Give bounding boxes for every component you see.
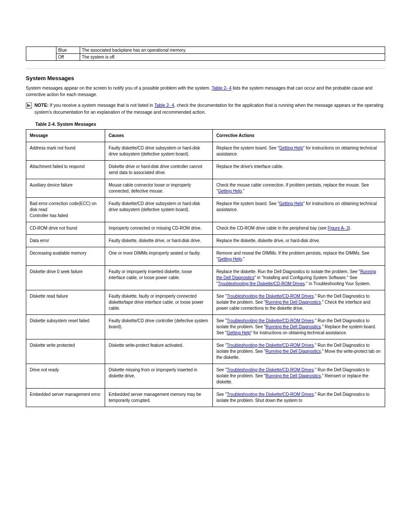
message-cell: CD-ROM drive not found xyxy=(26,222,105,234)
section-title: System Messages xyxy=(26,75,385,81)
cause-cell: Faulty or improperly inserted diskette, … xyxy=(105,265,213,290)
table-row: Diskette read failureFaulty diskette, fa… xyxy=(26,290,385,314)
indicator-left-cell xyxy=(26,47,56,61)
action-cell: Replace the system board. See "Getting H… xyxy=(213,197,385,222)
note-text: NOTE: If you receive a system message th… xyxy=(34,102,385,115)
cause-cell: One or more DIMMs improperly seated or f… xyxy=(105,247,213,265)
action-cell: Check the mouse cable connection. If pro… xyxy=(213,179,385,197)
table-row: Decreasing available memoryOne or more D… xyxy=(26,247,385,265)
action-link[interactable]: Troubleshooting the Diskette/CD-ROM Driv… xyxy=(218,281,305,286)
indicator-table: Blue The associated backplane has an ope… xyxy=(26,47,385,61)
note-block: NOTE: If you receive a system message th… xyxy=(26,102,385,115)
action-link[interactable]: Troubleshooting the Diskette/CD-ROM Driv… xyxy=(227,294,314,299)
table-row: CD-ROM drive not foundImproperly connect… xyxy=(26,222,385,234)
table-row: Diskette write protectedDiskette write-p… xyxy=(26,339,385,364)
message-cell: Decreasing available memory xyxy=(26,247,105,265)
action-cell: Replace the diskette, diskette drive, or… xyxy=(213,234,385,247)
action-link[interactable]: Running the Dell Diagnostics xyxy=(265,349,321,354)
action-link[interactable]: Figure A- 3 xyxy=(328,226,349,230)
cause-cell: Faulty diskette, diskette drive, or hard… xyxy=(105,234,213,247)
message-cell: Embedded server management error xyxy=(26,388,105,407)
action-cell: Replace the drive's interface cable. xyxy=(213,160,385,179)
action-link[interactable]: Running the Dell Diagnostics xyxy=(265,300,321,305)
action-link[interactable]: Getting Help xyxy=(218,189,242,193)
cause-cell: Diskette missing from or improperly inse… xyxy=(105,364,213,388)
note-table-link[interactable]: Table 2- 4 xyxy=(154,103,174,108)
note-icon xyxy=(26,103,32,109)
action-cell: Remove and reseat the DIMMs. If the prob… xyxy=(213,247,385,265)
action-link[interactable]: Running the Dell Diagnostics xyxy=(265,373,321,378)
cause-cell: Improperly connected or missing CD-ROM d… xyxy=(105,222,213,234)
cause-cell: Faulty diskette, faulty or improperly co… xyxy=(105,290,213,314)
action-link[interactable]: Troubleshooting the Diskette/CD-ROM Driv… xyxy=(227,318,314,323)
cause-cell: Faulty diskette/CD drive controller (def… xyxy=(105,314,213,339)
indicator-color: Off xyxy=(56,54,80,61)
system-messages-table: Message Causes Corrective Actions Addres… xyxy=(26,129,385,407)
message-cell: Drive not ready xyxy=(26,364,105,388)
message-cell: Diskette subsystem reset failed xyxy=(26,314,105,339)
indicator-color: Blue xyxy=(56,47,80,54)
col-header-message: Message xyxy=(26,129,105,142)
note-prefix: NOTE: xyxy=(34,103,49,108)
action-link[interactable]: Getting Help xyxy=(279,146,303,150)
message-cell: Bad error-correction code(ECC) on disk r… xyxy=(26,197,105,222)
caption-rest: 4. System Messages xyxy=(52,121,96,127)
indicator-desc: The system is off. xyxy=(80,54,385,61)
cause-cell: Embedded server management memory may be… xyxy=(105,388,213,407)
action-link[interactable]: Troubleshooting the Diskette/CD-ROM Driv… xyxy=(227,343,314,348)
table-caption: Table 2-4. System Messages xyxy=(35,121,385,127)
message-cell: Attachment failed to respond xyxy=(26,160,105,179)
message-cell: Data error xyxy=(26,234,105,247)
table-row: Bad error-correction code(ECC) on disk r… xyxy=(26,197,385,222)
message-cell: Auxiliary device failure xyxy=(26,179,105,197)
note-pre: If you receive a system message that is … xyxy=(49,103,155,108)
table-row: Auxiliary device failureMouse cable conn… xyxy=(26,179,385,197)
table-row: Diskette drive 0 seek failureFaulty or i… xyxy=(26,265,385,290)
section-divider xyxy=(26,68,385,69)
table-row: Data errorFaulty diskette, diskette driv… xyxy=(26,234,385,247)
table-row: Address mark not foundFaulty diskette/CD… xyxy=(26,142,385,160)
action-cell: See "Troubleshooting the Diskette/CD-ROM… xyxy=(213,364,385,388)
action-cell: See "Troubleshooting the Diskette/CD-ROM… xyxy=(213,290,385,314)
action-cell: See "Troubleshooting the Diskette/CD-ROM… xyxy=(213,314,385,339)
action-cell: Check the CD-ROM drive cable in the peri… xyxy=(213,222,385,234)
action-cell: Replace the diskette. Run the Dell Diagn… xyxy=(213,265,385,290)
intro-text-pre: System messages appear on the screen to … xyxy=(26,85,212,90)
action-link[interactable]: Troubleshooting the Diskette/CD-ROM Driv… xyxy=(227,367,314,372)
action-link[interactable]: Getting Help xyxy=(218,257,242,261)
action-cell: See "Troubleshooting the Diskette/CD-ROM… xyxy=(213,339,385,364)
cause-cell: Diskette drive or hard-disk drive contro… xyxy=(105,160,213,179)
action-link[interactable]: Troubleshooting the Diskette/CD-ROM Driv… xyxy=(227,392,314,397)
message-cell: Diskette write protected xyxy=(26,339,105,364)
cause-cell: Diskette write-protect feature activated… xyxy=(105,339,213,364)
table-row: Diskette subsystem reset failedFaulty di… xyxy=(26,314,385,339)
action-link[interactable]: Running the Dell Diagnostics xyxy=(265,324,321,329)
message-cell: Diskette drive 0 seek failure xyxy=(26,265,105,290)
message-cell: Diskette read failure xyxy=(26,290,105,314)
cause-cell: Faulty diskette/CD drive subsystem or ha… xyxy=(105,197,213,222)
table-row: Embedded server management errorEmbedded… xyxy=(26,388,385,407)
action-link[interactable]: Getting Help xyxy=(279,201,303,206)
action-link[interactable]: Getting Help xyxy=(227,330,251,335)
col-header-causes: Causes xyxy=(105,129,213,142)
intro-table-link[interactable]: Table 2- 4 xyxy=(212,85,231,90)
cause-cell: Mouse cable connector loose or improperl… xyxy=(105,179,213,197)
message-cell: Address mark not found xyxy=(26,142,105,160)
action-cell: See "Troubleshooting the Diskette/CD-ROM… xyxy=(213,388,385,407)
table-row: Attachment failed to respondDiskette dri… xyxy=(26,160,385,179)
action-cell: Replace the system board. See "Getting H… xyxy=(213,142,385,160)
table-row: Drive not readyDiskette missing from or … xyxy=(26,364,385,388)
action-link[interactable]: Running the Dell Diagnostics xyxy=(216,269,376,280)
intro-paragraph: System messages appear on the screen to … xyxy=(26,85,385,98)
col-header-actions: Corrective Actions xyxy=(213,129,385,142)
cause-cell: Faulty diskette/CD drive subsystem or ha… xyxy=(105,142,213,160)
caption-prefix: Table 2- xyxy=(35,121,52,127)
indicator-desc: The associated backplane has an operatio… xyxy=(80,47,385,54)
